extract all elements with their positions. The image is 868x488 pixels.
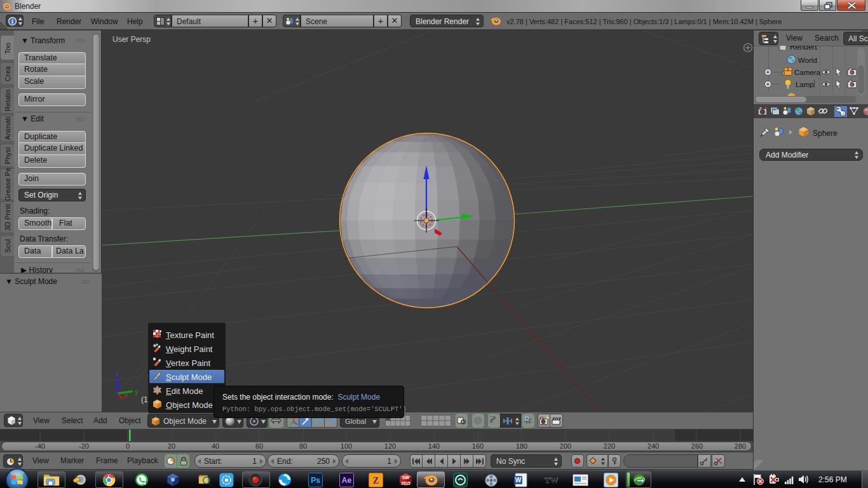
svg-text:Ps: Ps: [311, 476, 320, 485]
svg-text:y: y: [135, 388, 139, 395]
svg-text:TW: TW: [545, 475, 559, 485]
svg-text:x: x: [124, 391, 128, 399]
svg-text:i: i: [11, 18, 13, 25]
svg-text:z: z: [116, 370, 119, 377]
svg-text:SW: SW: [402, 475, 410, 480]
svg-text:2015: 2015: [401, 481, 410, 485]
svg-text:Z: Z: [373, 476, 379, 485]
svg-text:Ae: Ae: [342, 476, 352, 485]
svg-text:W: W: [515, 477, 522, 484]
